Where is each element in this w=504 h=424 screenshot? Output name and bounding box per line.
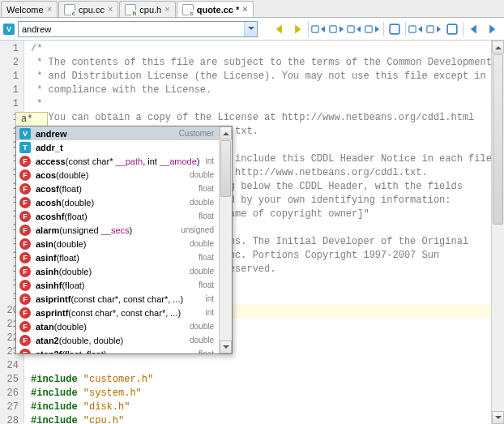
scroll-down-icon[interactable] [492, 411, 504, 424]
find-next-icon[interactable] [328, 21, 346, 37]
autocomplete-item[interactable]: Facoshf(float)float [16, 209, 219, 223]
function-icon: F [19, 335, 31, 346]
autocomplete-signature: atan2(double, double) [36, 336, 185, 345]
autocomplete-return-type: Customer [179, 129, 214, 138]
autocomplete-scrollbar[interactable] [219, 126, 232, 353]
close-icon[interactable]: × [108, 5, 113, 14]
autocomplete-item[interactable]: Fatan2f(float, float)float [16, 347, 219, 353]
function-icon: F [19, 183, 31, 195]
bookmark-prev-icon[interactable] [408, 21, 425, 37]
autocomplete-return-type: float [199, 212, 214, 221]
autocomplete-item[interactable]: Facos(double)double [16, 168, 219, 182]
autocomplete-return-type: int [205, 294, 214, 303]
autocomplete-return-type: double [190, 198, 214, 207]
autocomplete-signature: atan2f(float, float) [36, 349, 194, 354]
nav-back-icon[interactable] [271, 21, 288, 37]
svg-rect-5 [409, 25, 416, 32]
function-icon: F [19, 252, 31, 263]
function-icon: F [19, 197, 31, 208]
autocomplete-signature: alarm(unsigned __secs) [36, 225, 176, 235]
autocomplete-item[interactable]: Fasin(double)double [16, 237, 219, 251]
autocomplete-signature: acosh(double) [36, 198, 185, 208]
file-icon [125, 4, 136, 15]
function-icon: F [19, 293, 31, 305]
autocomplete-item[interactable]: Taddr_t [16, 140, 219, 154]
toggle-highlight-icon[interactable] [386, 21, 404, 37]
find-selection-next-icon[interactable] [364, 21, 382, 37]
autocomplete-item[interactable]: Fatan2(double, double)double [16, 333, 219, 347]
shift-left-icon[interactable] [465, 21, 483, 37]
scroll-up-icon[interactable] [492, 41, 504, 54]
autocomplete-item[interactable]: Fasiprintf(const char*, const char*, ...… [16, 292, 219, 306]
chevron-down-icon[interactable] [244, 22, 257, 36]
function-icon: F [19, 225, 31, 236]
variable-icon: V [19, 128, 31, 139]
function-icon: F [19, 349, 31, 354]
function-icon: F [19, 238, 31, 250]
bookmark-next-icon[interactable] [425, 21, 443, 37]
autocomplete-item[interactable]: Faccess(const char* __path, int __amode)… [16, 154, 219, 168]
close-icon[interactable]: × [164, 5, 169, 14]
autocomplete-signature: acoshf(float) [36, 212, 194, 221]
tab-label: cpu.cc [79, 5, 105, 15]
autocomplete-return-type: float [199, 184, 214, 193]
autocomplete-signature: asiprintf(const char*, const char*, ...) [36, 294, 200, 304]
autocomplete-popup[interactable]: VandrewCustomerTaddr_tFaccess(const char… [15, 126, 233, 354]
autocomplete-item[interactable]: Fatan(double)double [16, 319, 219, 333]
svg-rect-6 [427, 25, 434, 32]
autocomplete-signature: acos(double) [36, 170, 185, 180]
function-icon: F [19, 169, 31, 181]
scroll-down-icon[interactable] [220, 340, 232, 353]
autocomplete-return-type: unsigned [181, 225, 214, 234]
autocomplete-signature: atan(double) [36, 322, 185, 332]
find-selection-prev-icon[interactable] [346, 21, 364, 37]
scroll-thumb[interactable] [220, 140, 231, 197]
autocomplete-item[interactable]: VandrewCustomer [16, 126, 219, 140]
autocomplete-signature: acosf(float) [36, 184, 194, 194]
tab-quote-cc-[interactable]: quote.cc *× [177, 1, 254, 17]
autocomplete-return-type: double [190, 170, 214, 179]
function-icon: F [19, 266, 31, 277]
autocomplete-return-type: int [205, 308, 214, 317]
scroll-up-icon[interactable] [220, 126, 232, 139]
autocomplete-return-type: double [190, 267, 214, 276]
autocomplete-signature: access(const char* __path, int __amode) [36, 156, 200, 166]
autocomplete-item[interactable]: Facosh(double)double [16, 195, 219, 209]
svg-rect-2 [348, 25, 354, 32]
close-icon[interactable]: × [242, 5, 247, 14]
tab-cpu-h[interactable]: cpu.h× [119, 1, 175, 17]
autocomplete-signature: andrew [36, 129, 174, 139]
autocomplete-item[interactable]: Fasprintf(const char*, const char*, ...)… [16, 306, 219, 319]
function-icon: F [19, 156, 31, 167]
member-combo-value: andrew [19, 24, 244, 34]
autocomplete-item[interactable]: Fasinh(double)double [16, 264, 219, 278]
file-icon [182, 4, 194, 15]
editor-scrollbar[interactable] [491, 41, 504, 424]
autocomplete-item[interactable]: Fasinhf(float)float [16, 278, 219, 292]
svg-rect-3 [365, 25, 372, 32]
find-prev-icon[interactable] [310, 21, 328, 37]
member-combo[interactable]: andrew [18, 21, 258, 37]
tab-bar: Welcome×cpu.cc×cpu.h×quote.cc *× [0, 0, 504, 18]
autocomplete-signature: asinhf(float) [36, 281, 194, 290]
autocomplete-item[interactable]: Facosf(float)float [16, 182, 219, 195]
autocomplete-return-type: double [190, 336, 214, 345]
autocomplete-signature: asinh(double) [36, 267, 185, 276]
autocomplete-return-type: float [199, 253, 214, 262]
autocomplete-signature: addr_t [36, 143, 209, 152]
autocomplete-item[interactable]: Falarm(unsigned __secs)unsigned [16, 223, 219, 237]
close-icon[interactable]: × [47, 5, 52, 14]
nav-forward-icon[interactable] [288, 21, 306, 37]
shift-right-icon[interactable] [483, 21, 501, 37]
scroll-thumb[interactable] [493, 54, 503, 225]
variable-icon: T [19, 142, 31, 153]
tab-cpu-cc[interactable]: cpu.cc× [58, 1, 118, 17]
autocomplete-item[interactable]: Fasinf(float)float [16, 251, 219, 264]
tab-welcome[interactable]: Welcome× [1, 1, 58, 17]
svg-rect-4 [390, 24, 399, 34]
code-editor[interactable]: 1211111111111111111202122232425262728 /*… [0, 41, 504, 424]
bookmark-toggle-icon[interactable] [443, 21, 461, 37]
autocomplete-signature: asin(double) [36, 239, 185, 249]
autocomplete-signature: asprintf(const char*, const char*, ...) [36, 308, 200, 318]
autocomplete-filter: a* [15, 112, 48, 126]
